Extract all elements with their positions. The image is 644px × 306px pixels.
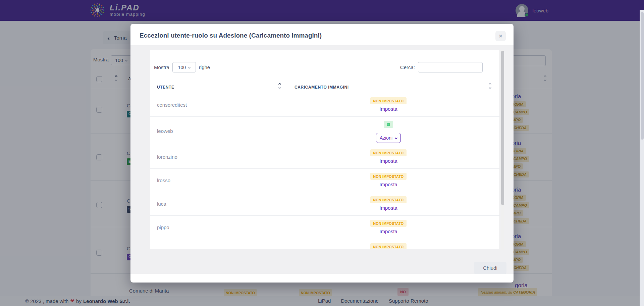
status-cell: NON IMPOSTATOImposta [338, 192, 439, 215]
modal-title: Eccezioni utente-ruolo su Adesione (Cari… [140, 32, 322, 39]
username-cell: censoreditest [157, 93, 187, 116]
user-role-row: lorenzinoNON IMPOSTATOImposta [150, 145, 500, 169]
close-icon[interactable]: × [495, 31, 506, 41]
sort-control[interactable] [279, 83, 281, 89]
modal-body: Mostra 100 righe Cerca: UTENTE CARICAMEN… [130, 45, 514, 274]
show-label: Mostra [154, 64, 169, 70]
table-header: UTENTE CARICAMENTO IMMAGINI [150, 81, 500, 93]
status-cell: NON IMPOSTATOImposta [338, 216, 439, 239]
column-header-caricamento[interactable]: CARICAMENTO IMMAGINI [294, 85, 349, 90]
status-cell: NON IMPOSTATOImposta [338, 93, 439, 116]
page-scrollbar[interactable] [640, 10, 644, 306]
rows-per-page-select[interactable]: 100 [172, 62, 196, 72]
user-role-row: censoreditestNON IMPOSTATOImposta [150, 93, 500, 117]
username-cell: test [157, 239, 165, 249]
scrollbar-thumb[interactable] [641, 12, 644, 140]
username-cell: pippo [157, 216, 169, 239]
chiudi-button[interactable]: Chiudi [474, 262, 506, 274]
status-badge: NON IMPOSTATO [370, 97, 407, 104]
azioni-dropdown[interactable]: Azioni [376, 133, 401, 143]
modal-scrollbar[interactable] [501, 50, 504, 250]
search-input[interactable] [418, 62, 483, 72]
username-cell: leoweb [157, 117, 173, 145]
search-label: Cerca: [400, 64, 415, 70]
status-cell: SIAzioni [338, 117, 439, 145]
status-badge: NON IMPOSTATO [370, 196, 407, 203]
chevron-down-icon [395, 137, 397, 139]
username-cell: luca [157, 192, 166, 215]
status-cell: NON IMPOSTATOImposta [338, 169, 439, 192]
status-badge: SI [384, 121, 393, 128]
imposta-link[interactable]: Imposta [379, 205, 397, 211]
screen: Li.PAD mobile mapping leoweb Torna Mostr… [0, 0, 644, 306]
user-role-row: lrossoNON IMPOSTATOImposta [150, 169, 500, 192]
imposta-link[interactable]: Imposta [379, 182, 397, 187]
status-cell: NON IMPOSTATOImposta [338, 239, 439, 249]
status-badge: NON IMPOSTATO [370, 243, 407, 249]
status-cell: NON IMPOSTATOImposta [338, 145, 439, 168]
sort-control[interactable] [489, 83, 491, 89]
status-badge: NON IMPOSTATO [370, 149, 407, 156]
exceptions-modal: Eccezioni utente-ruolo su Adesione (Cari… [130, 24, 514, 283]
scrollbar-thumb[interactable] [501, 51, 504, 205]
user-role-row: testNON IMPOSTATOImposta [150, 239, 500, 249]
column-header-utente[interactable]: UTENTE [157, 85, 174, 90]
imposta-link[interactable]: Imposta [379, 158, 397, 164]
chevron-down-icon [188, 66, 191, 68]
modal-footer: Chiudi [130, 274, 514, 283]
azioni-label: Azioni [380, 135, 392, 141]
users-table-card: Mostra 100 righe Cerca: UTENTE CARICAMEN… [150, 50, 500, 249]
user-role-row: pippoNON IMPOSTATOImposta [150, 216, 500, 239]
imposta-link[interactable]: Imposta [379, 228, 397, 234]
status-badge: NON IMPOSTATO [370, 173, 407, 180]
table-body: censoreditestNON IMPOSTATOImpostaleowebS… [150, 93, 500, 249]
user-role-row: leowebSIAzioni [150, 117, 500, 145]
status-badge: NON IMPOSTATO [370, 220, 407, 227]
user-role-row: lucaNON IMPOSTATOImposta [150, 192, 500, 216]
rows-label: righe [199, 64, 210, 70]
username-cell: lorenzino [157, 145, 177, 168]
imposta-link[interactable]: Imposta [379, 106, 397, 112]
username-cell: lrosso [157, 169, 170, 192]
